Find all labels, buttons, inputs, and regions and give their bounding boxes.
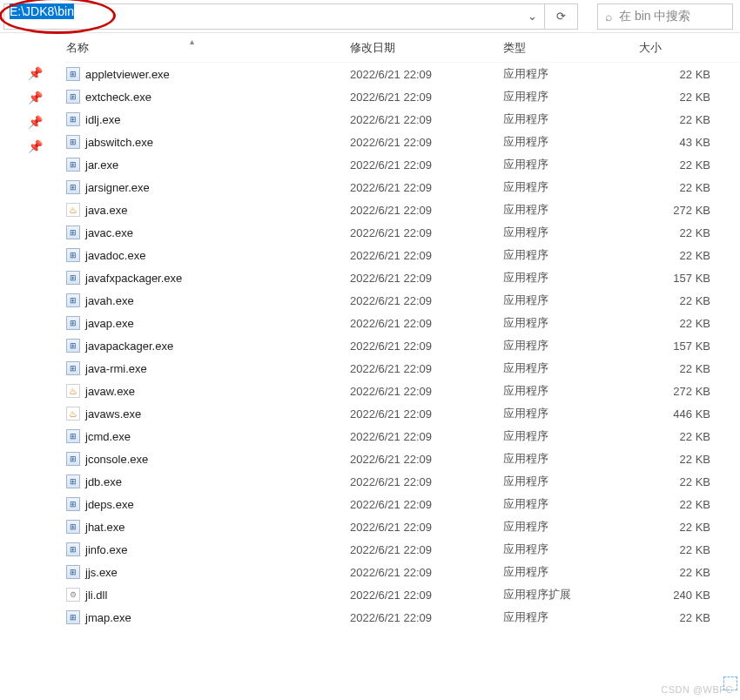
pin-icon[interactable]: 📌 — [24, 63, 45, 84]
file-type: 应用程序 — [503, 338, 639, 353]
file-row[interactable]: idlj.exe2022/6/21 22:09应用程序22 KB — [64, 108, 740, 131]
file-name: jabswitch.exe — [85, 136, 153, 149]
corner-marker — [723, 676, 737, 690]
address-dropdown-icon[interactable]: ⌄ — [520, 4, 544, 29]
file-row[interactable]: javaws.exe2022/6/21 22:09应用程序446 KB — [64, 402, 740, 425]
file-name: jinfo.exe — [85, 543, 127, 556]
file-date: 2022/6/21 22:09 — [350, 204, 503, 217]
file-name: jmap.exe — [85, 611, 131, 624]
file-row[interactable]: jconsole.exe2022/6/21 22:09应用程序22 KB — [64, 448, 740, 470]
file-size: 22 KB — [639, 317, 717, 330]
exe-file-icon — [66, 112, 80, 126]
file-row[interactable]: javac.exe2022/6/21 22:09应用程序22 KB — [64, 221, 740, 244]
dll-file-icon — [66, 588, 80, 602]
file-size: 22 KB — [639, 294, 717, 307]
refresh-button[interactable]: ⟳ — [545, 3, 578, 30]
file-row[interactable]: java.exe2022/6/21 22:09应用程序272 KB — [64, 199, 740, 221]
file-row[interactable]: jcmd.exe2022/6/21 22:09应用程序22 KB — [64, 425, 740, 448]
address-bar[interactable]: E:\JDK8\bin ⌄ — [3, 3, 545, 30]
file-row[interactable]: appletviewer.exe2022/6/21 22:09应用程序22 KB — [64, 63, 740, 85]
file-row[interactable]: jjs.exe2022/6/21 22:09应用程序22 KB — [64, 561, 740, 583]
file-name: jjs.exe — [85, 566, 118, 579]
search-box[interactable]: ⌕ 在 bin 中搜索 — [597, 3, 733, 30]
file-list[interactable]: appletviewer.exe2022/6/21 22:09应用程序22 KB… — [64, 63, 740, 700]
file-name: jdeps.exe — [85, 498, 134, 511]
pin-icon[interactable]: 📌 — [24, 87, 45, 108]
address-input[interactable]: E:\JDK8\bin — [4, 4, 520, 29]
file-type: 应用程序 — [503, 496, 639, 512]
file-size: 272 KB — [639, 204, 717, 217]
quick-access-sidebar: 📌 📌 📌 📌 — [0, 33, 64, 700]
file-size: 22 KB — [639, 158, 717, 172]
file-date: 2022/6/21 22:09 — [350, 272, 503, 285]
sort-indicator-icon: ▴ — [190, 37, 194, 46]
search-placeholder: 在 bin 中搜索 — [619, 9, 690, 24]
file-row[interactable]: jdeps.exe2022/6/21 22:09应用程序22 KB — [64, 493, 740, 515]
exe-file-icon — [66, 67, 80, 81]
file-type: 应用程序 — [503, 542, 639, 557]
file-name: jli.dll — [85, 589, 107, 602]
header-type[interactable]: 类型 — [503, 40, 639, 56]
file-type: 应用程序 — [503, 157, 639, 172]
file-row[interactable]: javah.exe2022/6/21 22:09应用程序22 KB — [64, 289, 740, 312]
exe-file-icon — [66, 339, 80, 353]
header-date[interactable]: 修改日期 — [350, 40, 503, 56]
file-row[interactable]: extcheck.exe2022/6/21 22:09应用程序22 KB — [64, 85, 740, 108]
content: 📌 📌 📌 📌 ▴ 名称 修改日期 类型 大小 appletviewer.exe… — [0, 33, 740, 700]
file-size: 22 KB — [639, 543, 717, 556]
file-row[interactable]: jabswitch.exe2022/6/21 22:09应用程序43 KB — [64, 131, 740, 153]
file-row[interactable]: jar.exe2022/6/21 22:09应用程序22 KB — [64, 153, 740, 176]
header-size[interactable]: 大小 — [639, 40, 717, 56]
file-row[interactable]: javadoc.exe2022/6/21 22:09应用程序22 KB — [64, 244, 740, 266]
exe-file-icon — [66, 361, 80, 375]
exe-file-icon — [66, 248, 80, 262]
pin-icon[interactable]: 📌 — [24, 136, 45, 157]
file-type: 应用程序 — [503, 134, 639, 150]
file-row[interactable]: javafxpackager.exe2022/6/21 22:09应用程序157… — [64, 266, 740, 289]
exe-file-icon — [66, 497, 80, 511]
exe-file-icon — [66, 90, 80, 104]
file-name: extcheck.exe — [85, 91, 151, 104]
exe-file-icon — [66, 452, 80, 466]
file-type: 应用程序 — [503, 225, 639, 240]
file-type: 应用程序 — [503, 564, 639, 580]
file-date: 2022/6/21 22:09 — [350, 611, 503, 624]
file-type: 应用程序 — [503, 474, 639, 489]
file-date: 2022/6/21 22:09 — [350, 498, 503, 511]
file-row[interactable]: javapackager.exe2022/6/21 22:09应用程序157 K… — [64, 334, 740, 357]
file-name: appletviewer.exe — [85, 68, 170, 81]
file-row[interactable]: javaw.exe2022/6/21 22:09应用程序272 KB — [64, 380, 740, 402]
file-type: 应用程序 — [503, 247, 639, 263]
file-size: 446 KB — [639, 407, 717, 421]
file-row[interactable]: java-rmi.exe2022/6/21 22:09应用程序22 KB — [64, 357, 740, 380]
file-date: 2022/6/21 22:09 — [350, 68, 503, 81]
file-row[interactable]: jmap.exe2022/6/21 22:09应用程序22 KB — [64, 606, 740, 629]
file-size: 157 KB — [639, 272, 717, 285]
file-date: 2022/6/21 22:09 — [350, 226, 503, 239]
file-name: javah.exe — [85, 294, 134, 307]
file-type: 应用程序扩展 — [503, 587, 639, 602]
file-row[interactable]: jarsigner.exe2022/6/21 22:09应用程序22 KB — [64, 176, 740, 199]
file-row[interactable]: jhat.exe2022/6/21 22:09应用程序22 KB — [64, 515, 740, 538]
file-type: 应用程序 — [503, 406, 639, 421]
file-type: 应用程序 — [503, 383, 639, 399]
file-row[interactable]: javap.exe2022/6/21 22:09应用程序22 KB — [64, 312, 740, 334]
file-size: 157 KB — [639, 340, 717, 353]
file-size: 22 KB — [639, 68, 717, 81]
exe-file-icon — [66, 520, 80, 534]
file-date: 2022/6/21 22:09 — [350, 521, 503, 534]
file-type: 应用程序 — [503, 360, 639, 376]
exe-file-icon — [66, 475, 80, 488]
file-row[interactable]: jinfo.exe2022/6/21 22:09应用程序22 KB — [64, 538, 740, 561]
file-row[interactable]: jdb.exe2022/6/21 22:09应用程序22 KB — [64, 470, 740, 493]
file-date: 2022/6/21 22:09 — [350, 91, 503, 104]
header-name[interactable]: 名称 — [66, 40, 350, 56]
file-row[interactable]: jli.dll2022/6/21 22:09应用程序扩展240 KB — [64, 583, 740, 606]
search-icon: ⌕ — [605, 10, 612, 24]
pin-icon[interactable]: 📌 — [24, 111, 45, 132]
file-size: 22 KB — [639, 453, 717, 466]
file-date: 2022/6/21 22:09 — [350, 113, 503, 126]
file-type: 应用程序 — [503, 111, 639, 127]
file-name: jcmd.exe — [85, 430, 131, 443]
exe-file-icon — [66, 158, 80, 172]
